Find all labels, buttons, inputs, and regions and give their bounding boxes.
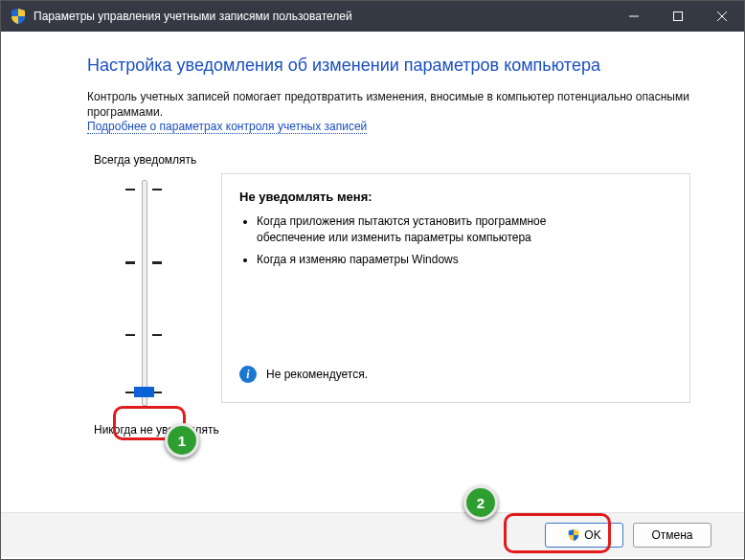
titlebar: Параметры управления учетными записями п… xyxy=(1,1,744,32)
panel-title: Не уведомлять меня: xyxy=(239,190,672,204)
panel-list-item: Когда я изменяю параметры Windows xyxy=(257,252,672,268)
bottom-bar: OK Отмена xyxy=(1,512,744,557)
panel-list-item: Когда приложения пытаются установить про… xyxy=(257,213,672,246)
slider-label-top: Всегда уведомлять xyxy=(94,153,196,167)
notification-description-panel: Не уведомлять меня: Когда приложения пыт… xyxy=(221,173,690,403)
ok-button[interactable]: OK xyxy=(545,523,623,548)
panel-footer-text: Не рекомендуется. xyxy=(266,368,368,381)
shield-icon xyxy=(567,528,580,542)
slider-tick xyxy=(125,261,135,264)
window-body: Настройка уведомления об изменении парам… xyxy=(1,32,744,559)
cancel-button-label: Отмена xyxy=(651,528,692,542)
window-controls xyxy=(612,1,744,32)
slider-tick xyxy=(125,189,135,190)
window-title: Параметры управления учетными записями п… xyxy=(34,10,352,23)
slider-area: Всегда уведомлять Никогда не уведомлять … xyxy=(87,153,706,450)
slider-tick xyxy=(125,334,135,336)
svg-rect-1 xyxy=(674,12,683,21)
close-button[interactable] xyxy=(700,1,744,32)
slider-thumb[interactable] xyxy=(134,387,154,397)
panel-footer: i Не рекомендуется. xyxy=(239,366,368,383)
learn-more-link[interactable]: Подробнее о параметрах контроля учетных … xyxy=(87,120,367,134)
slider-tick xyxy=(152,189,162,190)
page-heading: Настройка уведомления об изменении парам… xyxy=(87,56,706,76)
page-description: Контроль учетных записей помогает предот… xyxy=(87,89,706,120)
panel-list: Когда приложения пытаются установить про… xyxy=(257,213,672,267)
content-area: Настройка уведомления об изменении парам… xyxy=(1,32,744,450)
cancel-button[interactable]: Отмена xyxy=(633,523,711,548)
slider-label-bottom: Никогда не уведомлять xyxy=(94,423,219,437)
minimize-button[interactable] xyxy=(612,1,656,32)
ok-button-label: OK xyxy=(584,528,600,542)
uac-settings-window: Параметры управления учетными записями п… xyxy=(0,0,745,560)
shield-icon xyxy=(11,9,26,24)
slider-track[interactable] xyxy=(142,180,147,406)
slider-tick xyxy=(152,261,162,264)
slider-tick xyxy=(152,334,162,336)
info-icon: i xyxy=(239,366,257,383)
maximize-button[interactable] xyxy=(656,1,700,32)
